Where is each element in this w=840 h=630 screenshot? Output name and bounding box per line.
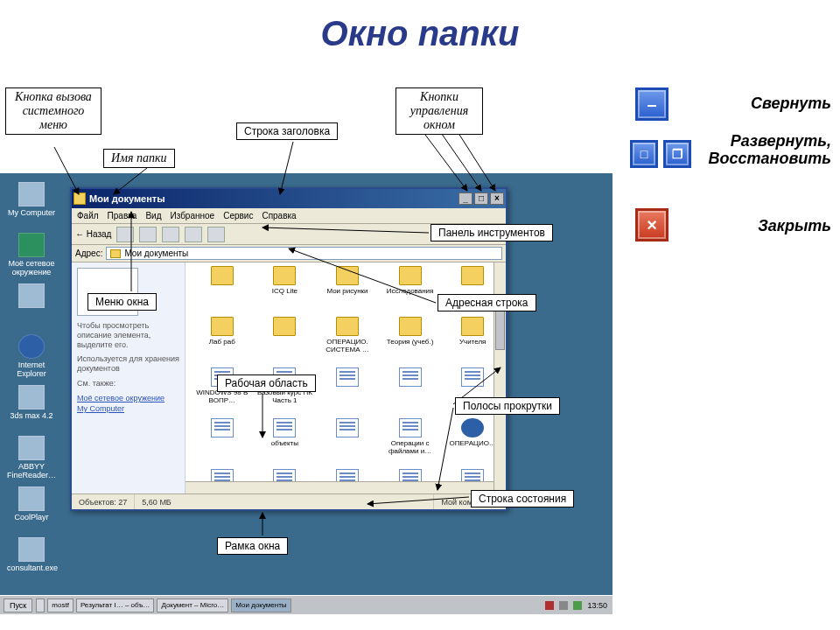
- file-item[interactable]: [318, 368, 377, 416]
- callout-scroll: Полосы прокрутки: [455, 397, 560, 415]
- legend-close-label: Закрыть: [700, 217, 831, 235]
- file-item[interactable]: Исследования: [381, 266, 440, 315]
- desktop-icon[interactable]: 3ds max 4.2: [7, 385, 56, 420]
- tray-icon: [573, 601, 582, 610]
- ie-icon: [461, 418, 484, 438]
- folder-icon: [273, 317, 296, 336]
- app-icon: [18, 233, 45, 257]
- callout-menu: Меню окна: [88, 293, 157, 311]
- menu-bar[interactable]: ФайлПравкаВидИзбранноеСервисСправка: [72, 208, 506, 224]
- file-label: Операции с файлами и…: [381, 439, 440, 455]
- app-icon: [18, 182, 45, 206]
- folder-icon: [211, 266, 234, 285]
- horizontal-scrollbar[interactable]: [186, 481, 494, 494]
- close-button[interactable]: ×: [490, 192, 504, 205]
- legend-close-icon: ×: [635, 208, 668, 242]
- maximize-button[interactable]: □: [474, 192, 488, 205]
- file-item[interactable]: Мои рисунки: [318, 266, 377, 315]
- menu-item[interactable]: Справка: [262, 211, 296, 220]
- address-label: Адрес:: [75, 248, 102, 258]
- callout-address: Адресная строка: [438, 294, 536, 312]
- menu-item[interactable]: Сервис: [223, 211, 253, 220]
- folder-icon: [211, 317, 234, 336]
- status-size: 5,60 МБ: [135, 494, 434, 509]
- app-icon: [18, 486, 45, 511]
- file-item[interactable]: [192, 418, 252, 467]
- file-item[interactable]: ICQ Lite: [256, 266, 315, 315]
- desktop-icon[interactable]: Internet Explorer: [7, 334, 56, 378]
- file-item[interactable]: [256, 317, 315, 366]
- slide-title: Окно папки: [0, 14, 840, 53]
- file-label: объекты: [271, 439, 298, 447]
- toolbar-button[interactable]: [139, 227, 157, 242]
- file-item[interactable]: [318, 418, 377, 467]
- system-menu-icon[interactable]: [74, 192, 86, 205]
- legend-maximize-label: Развернуть, Восстановить: [700, 133, 831, 168]
- tray-icon: [545, 601, 554, 610]
- file-item[interactable]: Теория (учеб.): [381, 317, 440, 366]
- legend-maximize-icon: □: [630, 140, 658, 168]
- desktop-icon[interactable]: My Computer: [7, 182, 56, 217]
- desktop-icon[interactable]: consultant.exe: [7, 537, 56, 572]
- system-tray: 13:50: [545, 601, 609, 610]
- side-link[interactable]: My Computer: [77, 404, 179, 413]
- menu-item[interactable]: Правка: [108, 211, 137, 220]
- app-icon: [18, 284, 45, 308]
- callout-titlebar: Строка заголовка: [236, 122, 338, 140]
- file-label: ICQ Lite: [272, 287, 298, 295]
- folder-icon: [399, 266, 422, 285]
- desktop-icon[interactable]: CoolPlayr: [7, 486, 56, 522]
- toolbar-back-button[interactable]: ← Назад: [75, 229, 111, 239]
- app-icon: [18, 385, 45, 410]
- file-label: Мои рисунки: [326, 287, 368, 295]
- side-link[interactable]: Моё сетевое окружение: [77, 394, 179, 402]
- taskbar-task[interactable]: Результат I… – объ…: [76, 598, 155, 612]
- toolbar-button[interactable]: [116, 227, 134, 242]
- toolbar-button[interactable]: [162, 227, 179, 242]
- doc-icon: [211, 418, 234, 438]
- desktop-icon[interactable]: [7, 284, 56, 310]
- start-button[interactable]: Пуск: [4, 598, 32, 612]
- folder-icon: [336, 266, 359, 285]
- taskbar-task[interactable]: [36, 598, 45, 612]
- legend-minimize-label: Свернуть: [700, 94, 831, 113]
- file-item[interactable]: [192, 266, 252, 315]
- file-label: Лаб раб: [209, 338, 235, 346]
- file-item[interactable]: Лаб раб: [192, 317, 252, 366]
- folder-icon: [399, 317, 422, 336]
- file-item[interactable]: [381, 368, 440, 416]
- menu-item[interactable]: Файл: [77, 211, 99, 220]
- file-label: Учителя: [459, 338, 486, 346]
- desktop-icon[interactable]: Моё сетевое окружение: [7, 233, 56, 276]
- taskbar-clock: 13:50: [587, 601, 607, 610]
- minimize-button[interactable]: _: [458, 192, 472, 205]
- file-label: ОПЕРАЦИО…: [450, 439, 496, 447]
- folder-icon: [336, 317, 359, 336]
- menu-item[interactable]: Вид: [145, 211, 161, 220]
- folder-icon: [461, 317, 484, 336]
- doc-icon: [336, 368, 359, 387]
- window-titlebar[interactable]: Мои документы _ □ ×: [72, 189, 506, 208]
- toolbar-button[interactable]: [207, 227, 225, 242]
- app-icon: [18, 436, 45, 460]
- address-bar[interactable]: Адрес: Мои документы: [72, 245, 506, 262]
- file-item[interactable]: объекты: [256, 418, 315, 467]
- doc-icon: [399, 368, 422, 387]
- taskbar-task[interactable]: Мои документы: [231, 598, 290, 612]
- taskbar-task[interactable]: Документ – Micro…: [157, 598, 228, 612]
- menu-item[interactable]: Избранное: [170, 211, 214, 220]
- file-item[interactable]: Операции с файлами и…: [381, 418, 440, 467]
- address-field[interactable]: Мои документы: [106, 247, 502, 260]
- folder-icon: [273, 266, 296, 285]
- callout-sysmenu: Кнопка вызова системного меню: [5, 88, 102, 135]
- status-objects: Объектов: 27: [72, 494, 135, 509]
- taskbar-task[interactable]: mostf: [47, 598, 74, 612]
- callout-toolbar: Панель инструментов: [430, 224, 553, 242]
- file-item[interactable]: ОПЕРАЦИО. СИСТЕМА …: [318, 317, 377, 366]
- file-label: Исследования: [387, 287, 434, 295]
- desktop-icon[interactable]: ABBYY FineReader…: [7, 436, 56, 480]
- toolbar-button[interactable]: [185, 227, 202, 242]
- tray-icon: [559, 601, 568, 610]
- file-label: Теория (учеб.): [387, 338, 433, 346]
- folder-icon: [110, 249, 121, 258]
